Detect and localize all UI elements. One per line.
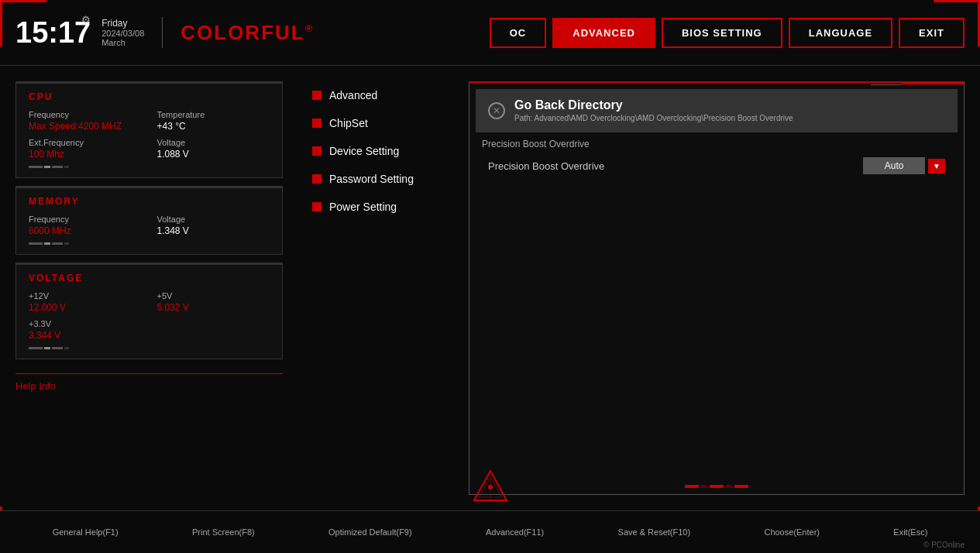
header: ⚙ 15:17 Friday 2024/03/08 March COLORFUL… <box>0 0 980 66</box>
footer-exit-esc[interactable]: Exit(Esc) <box>893 527 927 537</box>
sidebar-item-label-advanced: Advanced <box>329 89 377 101</box>
sidebar-item-chipset[interactable]: ChipSet <box>306 109 445 137</box>
memory-wave <box>29 242 270 245</box>
content-panel: ✕ Go Back Directory Path: Advanced\AMD O… <box>453 66 980 510</box>
cpu-freq-col: Frequency Max Speed:4200 MHZ <box>29 110 142 132</box>
voltage-wave <box>29 347 270 349</box>
nav-bios-setting-button[interactable]: BIOS SETTING <box>662 18 782 48</box>
help-info: Help Info <box>15 373 283 393</box>
cpu-voltage-label: Voltage <box>157 138 270 147</box>
header-separator <box>162 17 163 48</box>
menu-dot-chipset <box>312 118 322 128</box>
logo-triangle <box>467 464 514 510</box>
voltage-row-1: +12V 12.000 V +5V 5.032 V <box>29 291 270 313</box>
voltage-title: VOLTAGE <box>29 273 270 283</box>
dropdown-arrow-icon[interactable]: ▼ <box>928 159 945 173</box>
voltage-33v-value: 3.344 V <box>29 330 270 341</box>
cpu-title: CPU <box>29 91 270 102</box>
section-label: Precision Boost Overdrive <box>482 139 590 149</box>
memory-freq-value: 6000 MHz <box>29 225 142 236</box>
cpu-temp-value: +43 °C <box>157 121 270 132</box>
svg-point-3 <box>488 485 493 489</box>
cpu-freq-label: Frequency <box>29 110 142 119</box>
sidebar-item-power-setting[interactable]: Power Setting <box>306 193 445 221</box>
voltage-row-2: +3.3V 3.344 V <box>29 319 270 341</box>
sidebar-item-password-setting[interactable]: Password Setting <box>306 165 445 193</box>
brand-logo: COLORFUL® <box>181 21 314 45</box>
nav-exit-button[interactable]: EXIT <box>899 18 965 48</box>
memory-row-1: Frequency 6000 MHz Voltage 1.348 V <box>29 215 270 236</box>
cpu-freq-value: Max Speed:4200 MHZ <box>29 121 142 132</box>
voltage-5v-col: +5V 5.032 V <box>157 291 270 313</box>
menu-panel: Advanced ChipSet Device Setting Password… <box>298 66 453 510</box>
stats-panel: CPU Frequency Max Speed:4200 MHZ Tempera… <box>0 66 298 510</box>
sidebar-item-label-device-setting: Device Setting <box>329 145 399 157</box>
cpu-ext-freq-label: Ext.Frequency <box>29 138 142 147</box>
voltage-33v-label: +3.3V <box>29 319 270 328</box>
cpu-ext-freq-col: Ext.Frequency 100 Mhz <box>29 138 142 160</box>
voltage-card: VOLTAGE +12V 12.000 V +5V 5.032 V +3.3V … <box>15 263 283 359</box>
cpu-temp-label: Temperature <box>157 110 270 119</box>
nav-language-button[interactable]: LANGUAGE <box>789 18 892 48</box>
nav-advanced-button[interactable]: ADVANCED <box>552 18 655 48</box>
go-back-directory[interactable]: ✕ Go Back Directory Path: Advanced\AMD O… <box>476 89 958 132</box>
cpu-temp-col: Temperature +43 °C <box>157 110 270 132</box>
sidebar-item-advanced[interactable]: Advanced <box>306 81 445 109</box>
go-back-path: Path: Advanced\AMD Overclocking\AMD Over… <box>514 114 793 122</box>
setting-dropdown-precision-boost[interactable]: Auto ▼ <box>863 157 945 174</box>
bottom-decoration <box>685 485 748 488</box>
footer-optimized-default[interactable]: Optimized Default(F9) <box>328 527 412 537</box>
voltage-5v-label: +5V <box>157 291 270 301</box>
day-label: Friday <box>101 18 144 29</box>
voltage-12v-col: +12V 12.000 V <box>29 291 142 313</box>
menu-dot-device-setting <box>312 146 322 156</box>
memory-title: MEMORY <box>29 196 270 207</box>
sidebar-item-label-password-setting: Password Setting <box>329 173 414 185</box>
watermark: © PCOnline <box>923 541 965 549</box>
cpu-row-2: Ext.Frequency 100 Mhz Voltage 1.088 V <box>29 138 270 160</box>
voltage-12v-value: 12.000 V <box>29 302 142 313</box>
section-divider: Precision Boost Overdrive <box>476 132 958 149</box>
cpu-row-1: Frequency Max Speed:4200 MHZ Temperature… <box>29 110 270 132</box>
voltage-5v-value: 5.032 V <box>157 302 270 313</box>
go-back-title: Go Back Directory <box>514 98 793 112</box>
dropdown-value-precision-boost: Auto <box>863 157 925 174</box>
memory-freq-col: Frequency 6000 MHz <box>29 215 142 236</box>
menu-dot-advanced <box>312 91 322 100</box>
time-display: 15:17 <box>15 18 91 47</box>
nav-oc-button[interactable]: OC <box>490 18 547 48</box>
main-content: CPU Frequency Max Speed:4200 MHZ Tempera… <box>0 66 980 510</box>
footer-advanced-f11[interactable]: Advanced(F11) <box>486 527 544 537</box>
clock-section: ⚙ 15:17 Friday 2024/03/08 March COLORFUL… <box>15 17 314 48</box>
menu-dot-password-setting <box>312 174 322 184</box>
footer-save-reset[interactable]: Save & Reset(F10) <box>618 527 691 537</box>
go-back-icon: ✕ <box>488 102 505 119</box>
frame-top-right-deco <box>902 83 964 84</box>
footer-general-help[interactable]: General Help(F1) <box>53 527 119 537</box>
nav-buttons: OC ADVANCED BIOS SETTING LANGUAGE EXIT <box>490 18 965 48</box>
help-info-label: Help Info <box>15 380 56 392</box>
month-label: March <box>101 38 144 47</box>
footer-print-screen[interactable]: Print Screen(F8) <box>192 527 255 537</box>
content-frame: ✕ Go Back Directory Path: Advanced\AMD O… <box>469 81 965 495</box>
memory-voltage-label: Voltage <box>157 215 270 224</box>
setting-row-precision-boost: Precision Boost Overdrive Auto ▼ <box>476 149 958 182</box>
date-label: 2024/03/08 <box>101 29 144 38</box>
frame-top-deco <box>871 84 902 85</box>
voltage-33v-col: +3.3V 3.344 V <box>29 319 270 341</box>
cpu-card: CPU Frequency Max Speed:4200 MHZ Tempera… <box>15 81 283 178</box>
cpu-ext-freq-value: 100 Mhz <box>29 149 142 160</box>
gear-icon: ⚙ <box>81 14 91 26</box>
go-back-info: Go Back Directory Path: Advanced\AMD Ove… <box>514 98 793 122</box>
memory-card: MEMORY Frequency 6000 MHz Voltage 1.348 … <box>15 186 283 255</box>
cpu-voltage-col: Voltage 1.088 V <box>157 138 270 160</box>
footer-choose-enter[interactable]: Choose(Enter) <box>764 527 820 537</box>
sidebar-item-device-setting[interactable]: Device Setting <box>306 137 445 165</box>
memory-freq-label: Frequency <box>29 215 142 224</box>
cpu-wave <box>29 166 270 168</box>
footer: General Help(F1) Print Screen(F8) Optimi… <box>0 510 980 553</box>
memory-voltage-value: 1.348 V <box>157 225 270 236</box>
cpu-voltage-value: 1.088 V <box>157 149 270 160</box>
setting-label-precision-boost: Precision Boost Overdrive <box>488 160 604 172</box>
sidebar-item-label-chipset: ChipSet <box>329 117 368 129</box>
